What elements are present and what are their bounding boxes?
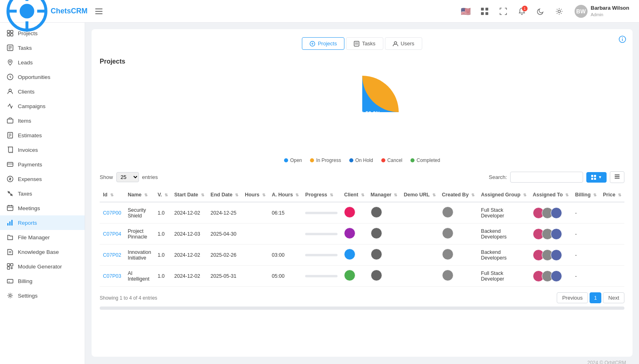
cell-a-hours [269, 224, 302, 245]
sidebar-item-opportunities[interactable]: Opportunities [0, 70, 85, 84]
cell-id: C07P03 [100, 266, 124, 287]
tab-users[interactable]: Users [385, 37, 422, 50]
brand-name: ChetsCRM [51, 7, 88, 15]
col-billing[interactable]: Billing ⇅ [572, 188, 600, 202]
sidebar-item-campaigns[interactable]: Campaigns [0, 99, 85, 113]
col-name[interactable]: Name ⇅ [124, 188, 154, 202]
tab-projects-label: Projects [318, 40, 337, 47]
settings-button[interactable] [553, 5, 566, 18]
tab-projects[interactable]: Projects [302, 37, 344, 50]
sidebar-item-estimates[interactable]: Estimates [0, 128, 85, 143]
cell-demo-url [400, 245, 438, 266]
sidebar-item-expenses[interactable]: Expenses [0, 172, 85, 186]
project-id-link[interactable]: C07P03 [103, 273, 121, 279]
svg-point-13 [558, 10, 560, 13]
cell-name: Project Pinnacle [124, 224, 154, 245]
col-hours[interactable]: Hours ⇅ [241, 188, 269, 202]
cell-start-date: 2024-12-02 [171, 202, 207, 224]
next-button[interactable]: Next [603, 292, 624, 303]
show-label: Show [100, 174, 113, 180]
svg-rect-16 [7, 34, 10, 36]
current-page[interactable]: 1 [590, 292, 601, 303]
menu-toggle-button[interactable] [92, 5, 105, 18]
sidebar-label-billing: Billing [18, 278, 32, 284]
user-role: Admin [591, 12, 629, 17]
notifications-button[interactable]: 1 [515, 5, 528, 18]
svg-rect-17 [11, 34, 13, 36]
list-view-button[interactable] [610, 171, 624, 183]
svg-rect-44 [11, 264, 13, 266]
previous-button[interactable]: Previous [557, 292, 588, 303]
sidebar-item-file-manager[interactable]: File Manager [0, 230, 85, 245]
knowledge-base-icon [6, 248, 14, 255]
col-version[interactable]: V. ⇅ [154, 188, 171, 202]
sidebar-item-taxes[interactable]: Taxes [0, 186, 85, 201]
entries-select[interactable]: 25 10 50 100 [116, 172, 139, 182]
flag-button[interactable]: 🇺🇸 [459, 5, 472, 18]
col-assigned-group[interactable]: Assigned Group ⇅ [478, 188, 530, 202]
cell-manager [368, 202, 401, 224]
sidebar-item-reports[interactable]: Reports [0, 215, 85, 230]
tab-tasks[interactable]: Tasks [346, 37, 383, 50]
items-icon [6, 117, 14, 124]
tab-tasks-icon [354, 41, 359, 47]
cell-version: 1.0 [154, 245, 171, 266]
cell-version: 1.0 [154, 202, 171, 224]
info-icon [619, 36, 626, 43]
project-id-link[interactable]: C07P02 [103, 252, 121, 258]
col-start-date[interactable]: Start Date ⇅ [171, 188, 207, 202]
search-area: Search: ▼ [489, 171, 624, 183]
info-button[interactable] [619, 36, 626, 44]
col-created-by[interactable]: Created By ⇅ [439, 188, 478, 202]
sidebar-item-meetings[interactable]: Meetings [0, 201, 85, 215]
sidebar-item-payments[interactable]: Payments [0, 157, 85, 172]
cell-progress [302, 245, 341, 266]
col-client[interactable]: Client ⇅ [341, 188, 367, 202]
svg-point-50 [9, 295, 11, 297]
sidebar-item-module-generator[interactable]: Module Generator [0, 259, 85, 274]
fullscreen-button[interactable] [497, 5, 510, 18]
cell-name: Innovation Initiative [124, 245, 154, 266]
cell-created-by [439, 245, 478, 266]
svg-text:50.0%: 50.0% [349, 110, 364, 116]
sidebar-item-items[interactable]: Items [0, 113, 85, 128]
payments-icon [6, 161, 14, 168]
project-id-link[interactable]: C07P04 [103, 231, 121, 237]
horizontal-scrollbar[interactable] [100, 307, 624, 310]
sidebar-item-clients[interactable]: Clients [0, 84, 85, 99]
dark-mode-button[interactable] [534, 5, 547, 18]
cell-billing: - [572, 266, 600, 287]
cell-assigned-group: Backend Developers [478, 245, 530, 266]
col-end-date[interactable]: End Date ⇅ [207, 188, 242, 202]
projects-table-wrap: Id ⇅ Name ⇅ V. ⇅ Start Date ⇅ End Date ⇅… [100, 188, 624, 287]
svg-rect-65 [615, 175, 620, 175]
cell-price [600, 245, 624, 266]
tab-users-label: Users [401, 40, 415, 47]
cell-a-hours: 05:00 [269, 266, 302, 287]
grid-view-button[interactable]: ▼ [586, 172, 607, 183]
svg-rect-66 [615, 176, 620, 177]
search-input[interactable] [510, 172, 583, 183]
gear-icon [556, 8, 563, 15]
sidebar-item-invoices[interactable]: Invoices [0, 143, 85, 157]
col-progress[interactable]: Progress ⇅ [302, 188, 341, 202]
sidebar-label-taxes: Taxes [18, 191, 32, 197]
col-a-hours[interactable]: A. Hours ⇅ [269, 188, 302, 202]
apps-button[interactable] [478, 5, 491, 18]
col-manager[interactable]: Manager ⇅ [368, 188, 401, 202]
search-label: Search: [489, 174, 507, 180]
brand-logo[interactable]: ChetsCRM [6, 0, 88, 32]
sidebar-item-leads[interactable]: Leads [0, 55, 85, 70]
col-demo-url[interactable]: Demo URL ⇅ [400, 188, 438, 202]
sidebar-item-billing[interactable]: Billing [0, 274, 85, 288]
hamburger-icon [95, 8, 103, 15]
col-id[interactable]: Id ⇅ [100, 188, 124, 202]
sidebar-item-tasks[interactable]: Tasks [0, 40, 85, 55]
col-price[interactable]: Price ⇅ [600, 188, 624, 202]
user-menu[interactable]: BW Barbara Wilson Admin [571, 3, 633, 19]
col-assigned-to[interactable]: Assigned To ⇅ [530, 188, 572, 202]
project-id-link[interactable]: C07P00 [103, 210, 121, 216]
sidebar-label-campaigns: Campaigns [18, 103, 45, 109]
sidebar-item-knowledge-base[interactable]: Knowledge Base [0, 245, 85, 259]
sidebar-item-settings[interactable]: Settings [0, 288, 85, 303]
